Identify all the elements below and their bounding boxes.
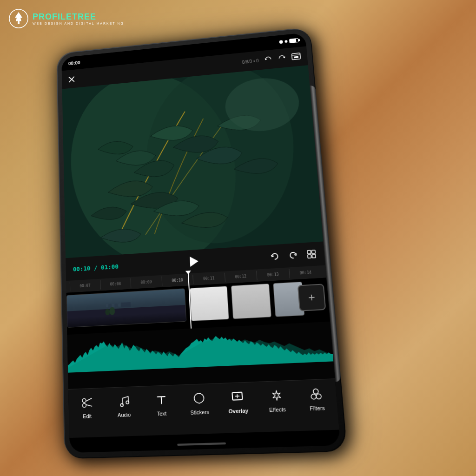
tool-audio-label: Audio (118, 412, 131, 418)
svg-point-21 (109, 307, 115, 315)
svg-point-35 (313, 389, 319, 394)
phone-body: 00:00 0/8/0 • 0 (56, 27, 347, 459)
svg-rect-5 (294, 56, 298, 59)
ruler-mark-1: 00:08 (100, 278, 131, 290)
tool-stickers[interactable]: Stickers (184, 390, 214, 416)
header-left (68, 75, 76, 83)
playback-right-controls (270, 249, 317, 262)
text-icon (153, 391, 169, 408)
clip-3[interactable] (231, 284, 271, 319)
svg-line-25 (86, 398, 92, 401)
svg-rect-11 (311, 250, 315, 254)
svg-rect-15 (109, 304, 111, 307)
effects-icon (268, 387, 285, 404)
svg-rect-12 (308, 255, 311, 258)
tool-overlay[interactable]: Overlay (222, 388, 253, 414)
status-icons (279, 38, 298, 44)
svg-line-30 (161, 397, 161, 403)
scissors-icon (79, 394, 95, 410)
brand-name: PROFILETREE (33, 13, 124, 21)
tool-text[interactable]: Text (146, 391, 176, 417)
tool-overlay-label: Overlay (228, 408, 248, 414)
svg-rect-17 (115, 304, 117, 307)
header-right: 0/8/0 • 0 (242, 53, 301, 66)
undo-icon[interactable] (264, 55, 273, 64)
bottom-toolbar: Edit Audio (68, 378, 339, 438)
svg-rect-10 (307, 251, 311, 254)
brand-subtitle: WEB DESIGN AND DIGITAL MARKETING (33, 22, 124, 25)
header-info: 0/8/0 • 0 (242, 58, 259, 65)
tool-edit[interactable]: Edit (73, 394, 101, 420)
sticker-icon (191, 390, 207, 406)
phone-device: 00:00 0/8/0 • 0 (56, 27, 347, 459)
ruler-mark-5: 00:12 (224, 271, 257, 282)
svg-line-26 (86, 404, 92, 406)
tool-text-label: Text (157, 410, 166, 417)
redo-icon[interactable] (278, 54, 286, 62)
ruler-mark-0: 00:07 (70, 280, 100, 291)
time-display: 00:10 / 01:00 (73, 263, 119, 272)
svg-rect-13 (312, 254, 316, 258)
undo-playback-icon[interactable] (270, 251, 280, 262)
svg-point-36 (311, 394, 317, 399)
export-icon[interactable] (291, 53, 301, 61)
svg-rect-18 (118, 304, 120, 307)
svg-line-4 (292, 55, 300, 56)
plus-icon: + (308, 291, 316, 304)
svg-marker-1 (15, 12, 22, 21)
clip-1-frame (67, 289, 186, 327)
svg-point-28 (126, 401, 129, 404)
battery-fill (290, 39, 296, 43)
ruler-mark-7: 00:14 (289, 267, 322, 278)
status-time: 00:00 (68, 60, 80, 66)
overlay-icon (229, 389, 246, 405)
tool-stickers-label: Stickers (190, 409, 209, 416)
svg-rect-16 (112, 304, 114, 307)
music-icon (116, 393, 132, 409)
home-indicator (177, 443, 226, 446)
tool-edit-label: Edit (83, 413, 92, 419)
wifi-icon (284, 40, 287, 43)
tool-filters[interactable]: Filters (300, 385, 332, 412)
svg-rect-14 (106, 304, 108, 307)
ruler-mark-2: 00:09 (131, 277, 162, 288)
svg-point-24 (82, 403, 86, 408)
tool-effects[interactable]: Effects (261, 387, 293, 413)
svg-point-23 (82, 398, 86, 403)
play-button[interactable] (185, 252, 202, 270)
add-clip-button[interactable]: + (298, 284, 326, 311)
clip-1[interactable] (66, 288, 186, 328)
ruler-mark-4: 00:11 (192, 273, 225, 284)
svg-point-20 (105, 309, 110, 315)
watermark-text: PROFILETREE WEB DESIGN AND DIGITAL MARKE… (33, 13, 124, 25)
video-content (62, 65, 324, 258)
svg-point-37 (316, 394, 322, 399)
tool-audio[interactable]: Audio (110, 393, 139, 418)
svg-rect-2 (18, 20, 20, 24)
fullscreen-icon[interactable] (306, 249, 317, 259)
svg-line-32 (233, 400, 243, 400)
video-preview (62, 65, 324, 258)
filters-icon (307, 385, 324, 402)
tool-effects-label: Effects (269, 406, 286, 413)
redo-playback-icon[interactable] (288, 250, 298, 260)
profiletree-logo-icon (8, 8, 29, 29)
close-button[interactable] (68, 75, 76, 83)
tool-filters-label: Filters (310, 405, 325, 411)
clip-2[interactable] (190, 286, 229, 321)
play-icon (190, 256, 198, 267)
watermark: PROFILETREE WEB DESIGN AND DIGITAL MARKE… (8, 8, 124, 29)
svg-rect-19 (121, 302, 131, 307)
ruler-mark-6: 00:13 (256, 269, 289, 280)
phone-screen: 00:00 0/8/0 • 0 (61, 33, 341, 453)
signal-icon (279, 40, 283, 44)
battery-icon (289, 38, 298, 43)
